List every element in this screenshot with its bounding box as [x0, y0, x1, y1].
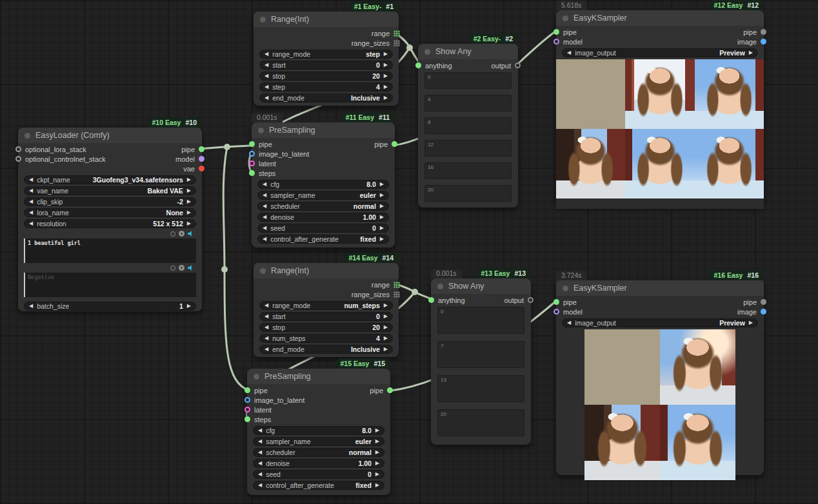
increment-arrow-icon[interactable]: [187, 210, 191, 215]
node-show-any-13[interactable]: 0.001s #13 Easy#13 Show Any anything out…: [431, 278, 531, 445]
pipe-input-slot[interactable]: [244, 387, 250, 393]
collapse-dot-icon[interactable]: [437, 284, 443, 289]
translate-icon[interactable]: [179, 265, 185, 271]
widget-end-mode[interactable]: end_modeInclusive: [259, 345, 393, 354]
decrement-arrow-icon[interactable]: [264, 336, 268, 341]
show-any-value-box[interactable]: 16: [424, 162, 512, 179]
anything-input-slot[interactable]: [428, 297, 434, 303]
widget-batch-size[interactable]: batch_size1: [24, 302, 196, 311]
show-any-value-box[interactable]: 20: [424, 185, 512, 202]
pipe-input-slot[interactable]: [554, 299, 559, 305]
widget-stop[interactable]: stop20: [259, 323, 393, 332]
pipe-output-slot[interactable]: [387, 387, 393, 393]
widget-image-output[interactable]: image_outputPreview: [562, 318, 758, 327]
decrement-arrow-icon[interactable]: [29, 221, 33, 226]
increment-arrow-icon[interactable]: [380, 204, 384, 209]
decrement-arrow-icon[interactable]: [258, 483, 262, 488]
decrement-arrow-icon[interactable]: [264, 347, 268, 352]
decrement-arrow-icon[interactable]: [567, 320, 571, 325]
increment-arrow-icon[interactable]: [187, 221, 191, 226]
vae-output-slot[interactable]: [199, 166, 204, 171]
collapse-dot-icon[interactable]: [25, 133, 30, 139]
positive-prompt-textarea[interactable]: 1 beautiful girl: [24, 238, 196, 263]
range-grid-icon[interactable]: [394, 30, 400, 37]
optional-controlnet-stack-input-slot[interactable]: [15, 156, 21, 162]
collapse-dot-icon[interactable]: [424, 49, 430, 55]
decrement-arrow-icon[interactable]: [263, 226, 266, 231]
model-input-slot[interactable]: [554, 309, 559, 315]
collapse-dot-icon[interactable]: [260, 268, 266, 274]
negative-prompt-textarea[interactable]: Negative: [24, 273, 196, 297]
range-sizes-grid-icon[interactable]: [394, 291, 400, 298]
image-to-latent-input-slot[interactable]: [244, 397, 250, 403]
image-output-slot[interactable]: [761, 309, 766, 315]
translate-icon[interactable]: [179, 231, 185, 237]
node-easy-ksampler-12[interactable]: 5.618s #12 Easy#12 EasyKSampler pipe pip…: [556, 10, 764, 206]
show-any-value-box[interactable]: 7: [437, 341, 524, 368]
decrement-arrow-icon[interactable]: [29, 199, 33, 204]
decrement-arrow-icon[interactable]: [29, 177, 33, 182]
decrement-arrow-icon[interactable]: [29, 304, 33, 309]
decrement-arrow-icon[interactable]: [258, 439, 262, 444]
pipe-output-slot[interactable]: [392, 141, 397, 147]
widget-num-steps[interactable]: num_steps4: [259, 334, 393, 343]
node-show-any-2[interactable]: #2 Easy-#2 Show Any anything output 0 4 …: [418, 44, 518, 208]
node-header[interactable]: EasyKSampler: [556, 10, 764, 26]
widget-control-after-generate[interactable]: control_after_generatefixed: [257, 235, 389, 244]
widget-cfg[interactable]: cfg8.0: [253, 426, 384, 435]
widget-range-mode[interactable]: range_modenum_steps: [259, 301, 393, 310]
model-input-slot[interactable]: [554, 39, 559, 44]
widget-sampler-name[interactable]: sampler_nameeuler: [257, 191, 389, 200]
latent-input-slot[interactable]: [244, 407, 250, 412]
decrement-arrow-icon[interactable]: [264, 325, 268, 330]
widget-scheduler[interactable]: schedulernormal: [257, 202, 389, 211]
show-any-value-box[interactable]: 13: [437, 375, 524, 402]
increment-arrow-icon[interactable]: [187, 177, 191, 182]
widget-clip-skip[interactable]: clip_skip-2: [24, 197, 196, 206]
decrement-arrow-icon[interactable]: [264, 84, 268, 90]
image-to-latent-input-slot[interactable]: [249, 151, 255, 157]
decrement-arrow-icon[interactable]: [263, 237, 266, 242]
increment-arrow-icon[interactable]: [380, 237, 384, 242]
range-sizes-grid-icon[interactable]: [394, 40, 400, 46]
increment-arrow-icon[interactable]: [187, 304, 191, 309]
widget-scheduler[interactable]: schedulernormal: [253, 448, 384, 457]
increment-arrow-icon[interactable]: [384, 325, 388, 330]
widget-ckpt-name[interactable]: ckpt_name3Guofeng3_v34.safetensors: [24, 175, 196, 184]
pipe-input-slot[interactable]: [554, 29, 559, 35]
increment-arrow-icon[interactable]: [375, 483, 379, 488]
decrement-arrow-icon[interactable]: [263, 215, 266, 220]
node-range-int-14[interactable]: #14 Easy#14 Range(Int) range range_sizes…: [254, 263, 399, 357]
node-header[interactable]: EasyKSampler: [556, 280, 764, 296]
decrement-arrow-icon[interactable]: [264, 303, 268, 308]
increment-arrow-icon[interactable]: [749, 50, 753, 55]
widget-lora-name[interactable]: lora_nameNone: [24, 208, 196, 217]
speaker-icon[interactable]: [188, 265, 194, 271]
decrement-arrow-icon[interactable]: [258, 450, 262, 455]
pipe-input-slot[interactable]: [249, 141, 255, 147]
node-easy-ksampler-16[interactable]: 3.724s #16 Easy#16 EasyKSampler pipe pip…: [556, 280, 764, 475]
increment-arrow-icon[interactable]: [375, 461, 379, 466]
widget-vae-name[interactable]: vae_nameBaked VAE: [24, 186, 196, 195]
widget-sampler-name[interactable]: sampler_nameeuler: [253, 437, 384, 446]
node-easy-loader-10[interactable]: #10 Easy#10 EasyLoader (Comfy) optional_…: [18, 128, 202, 311]
widget-range-mode[interactable]: range_modestep: [259, 50, 393, 59]
pipe-output-slot[interactable]: [761, 299, 766, 305]
increment-arrow-icon[interactable]: [384, 52, 388, 57]
decrement-arrow-icon[interactable]: [29, 210, 33, 215]
speaker-icon[interactable]: [188, 231, 194, 237]
decrement-arrow-icon[interactable]: [29, 188, 33, 193]
decrement-arrow-icon[interactable]: [263, 204, 266, 209]
model-output-slot[interactable]: [199, 156, 204, 162]
decrement-arrow-icon[interactable]: [258, 461, 262, 466]
increment-arrow-icon[interactable]: [384, 73, 388, 79]
collapse-dot-icon[interactable]: [260, 17, 266, 23]
increment-arrow-icon[interactable]: [375, 439, 379, 444]
collapse-dot-icon[interactable]: [254, 374, 259, 380]
increment-arrow-icon[interactable]: [187, 188, 191, 193]
steps-input-slot[interactable]: [249, 170, 255, 176]
increment-arrow-icon[interactable]: [380, 215, 384, 220]
show-any-value-box[interactable]: 8: [424, 117, 512, 134]
node-presampling-11[interactable]: 0.001s #11 Easy#11 PreSampling pipe pipe…: [252, 122, 395, 247]
collapse-dot-icon[interactable]: [258, 128, 264, 133]
